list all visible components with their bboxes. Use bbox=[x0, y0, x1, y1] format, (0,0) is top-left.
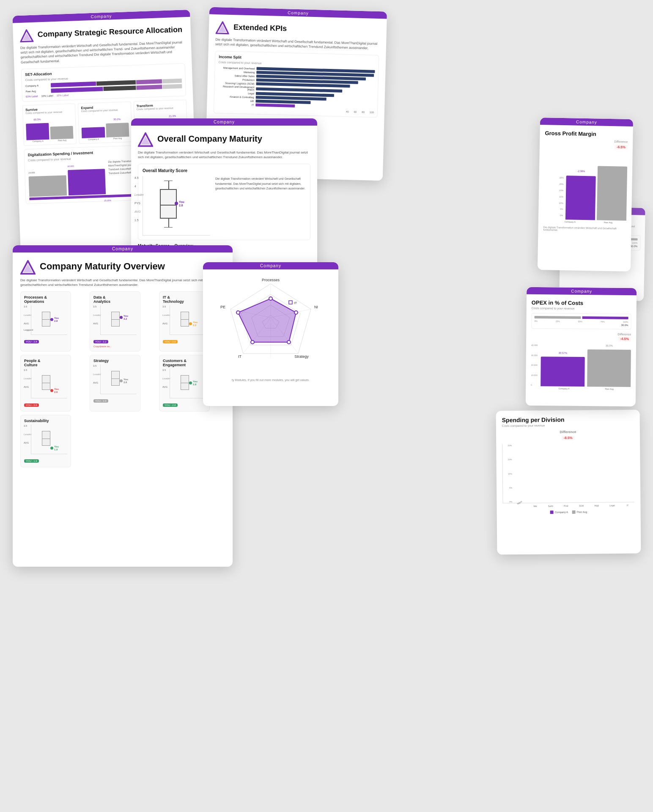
panel-strategy: Strategy 3.5 Leader AVG You 2.6 YOU - 2.… bbox=[90, 355, 140, 411]
panel-it-title: IT &Technology bbox=[163, 295, 206, 304]
overall-maturity-header-bar: Company bbox=[131, 118, 317, 126]
it-you-badge: YOU - 2.0 bbox=[163, 340, 178, 343]
people-you-badge: YOU - 2.6 bbox=[24, 403, 39, 407]
opex-card: Company OPEX in % of Costs Costs compare… bbox=[526, 287, 637, 406]
logo-icon-overview bbox=[20, 260, 36, 275]
svg-point-18 bbox=[269, 297, 272, 300]
overall-score-title: Overall Maturity Score bbox=[143, 168, 306, 173]
svg-rect-28 bbox=[289, 301, 292, 304]
opex-subtitle: Costs compared to your revenue bbox=[532, 307, 631, 310]
svg-text:NI: NI bbox=[314, 305, 318, 309]
processes-you-badge: YOU - 2.8 bbox=[24, 340, 39, 343]
set-row1-label: Company A bbox=[25, 84, 51, 87]
strategic-subtitle: Die digitale Transformation verändert Wi… bbox=[20, 40, 185, 64]
svg-point-19 bbox=[294, 311, 298, 314]
radar-chart: Processes NI Strategy IT PE IT bbox=[214, 275, 328, 377]
svg-text:PE: PE bbox=[220, 305, 225, 309]
panel-strategy-title: Strategy bbox=[93, 359, 137, 363]
sustainability-you-badge: YOU - 1.9 bbox=[24, 459, 39, 463]
spending-diff: -8.5% bbox=[562, 436, 575, 440]
gross-profit-title: Gross Profit Margin bbox=[545, 130, 628, 137]
panel-processes: Processes &Operations 3.5 Leader AVG Lag… bbox=[20, 291, 71, 351]
legend-expand: 10% Label bbox=[41, 94, 53, 97]
company-maturity-subtitle: Die digitale Transformation verändert Wi… bbox=[20, 278, 225, 287]
spending-subtitle: Costs compared to your revenue bbox=[502, 423, 634, 428]
legend-survive: 60% Label bbox=[26, 95, 38, 98]
legend-peer: Peer Avg bbox=[577, 511, 587, 513]
svg-text:Processes: Processes bbox=[262, 278, 280, 282]
panel-it: IT &Technology 3.5 Leader AVG You 2.0 YO… bbox=[159, 291, 210, 351]
strategic-title: Company Strategic Resource Allocation bbox=[38, 25, 183, 39]
panel-sustainability-title: Sustainability bbox=[24, 419, 67, 423]
company-maturity-title: Company Maturity Overview bbox=[40, 261, 165, 272]
panel-people-title: People &Culture bbox=[24, 359, 67, 367]
radar-card: Company bbox=[203, 262, 338, 406]
legend-transform: 10% Label bbox=[57, 94, 69, 97]
overall-maturity-title: Overall Company Maturity bbox=[157, 134, 262, 144]
overall-maturity-desc: Die digitale Transformation verändert Wi… bbox=[215, 177, 305, 189]
extended-kpis-subtitle: Die digitale Transformation verändert Wi… bbox=[215, 37, 379, 51]
spending-title: Spending per Division bbox=[502, 416, 634, 424]
customers-you-badge: YOU - 2.8 bbox=[163, 403, 178, 407]
logo-icon-kpis bbox=[216, 21, 230, 35]
set-row2-label: Peer Avg bbox=[25, 89, 51, 93]
strategy-you-badge: YOU - 2.6 bbox=[93, 399, 108, 403]
svg-text:Strategy: Strategy bbox=[294, 354, 309, 359]
svg-text:IT: IT bbox=[294, 301, 297, 305]
svg-text:IT: IT bbox=[238, 354, 242, 359]
panel-people: People &Culture 3.5 Leader AVG You 2.6 Y… bbox=[20, 355, 71, 411]
svg-point-22 bbox=[236, 311, 240, 314]
panel-sustainability: Sustainability 3.5 Leader AVG You 1.9 YO… bbox=[20, 415, 71, 467]
logo-icon-maturity bbox=[138, 132, 153, 148]
extended-kpis-title: Extended KPIs bbox=[233, 23, 287, 33]
maturity-overview-header-bar: Company bbox=[13, 245, 233, 252]
data-you-badge: YOU - 3.2 bbox=[93, 340, 108, 343]
svg-point-21 bbox=[251, 340, 254, 344]
company-maturity-overview-card: Company Company Maturity Overview Die di… bbox=[13, 245, 233, 567]
panel-data: Data &Analytics 3.5 Leader AVG You 3.2 Y… bbox=[90, 291, 140, 351]
logo-icon bbox=[19, 29, 33, 43]
spending-division-card: Spending per Division Costs compared to … bbox=[496, 410, 641, 555]
panel-processes-title: Processes &Operations bbox=[24, 295, 67, 304]
svg-point-20 bbox=[287, 340, 291, 344]
gross-profit-diff: -6.5% bbox=[615, 145, 628, 150]
overall-maturity-subtitle: Die digitale Transformation verändert Wi… bbox=[138, 150, 310, 159]
opex-title: OPEX in % of Costs bbox=[532, 299, 631, 307]
radar-header-bar: Company bbox=[203, 262, 338, 269]
gross-profit-card: Company Gross Profit Margin Difference -… bbox=[538, 118, 633, 272]
legend-company: Company A bbox=[555, 511, 568, 513]
panel-customers: Customers &Engagement 3.5 Leader AVG You… bbox=[159, 355, 210, 411]
panel-customers-title: Customers &Engagement bbox=[163, 359, 206, 367]
opex-diff: -4.5% bbox=[618, 337, 631, 341]
panel-data-title: Data &Analytics bbox=[93, 295, 137, 304]
